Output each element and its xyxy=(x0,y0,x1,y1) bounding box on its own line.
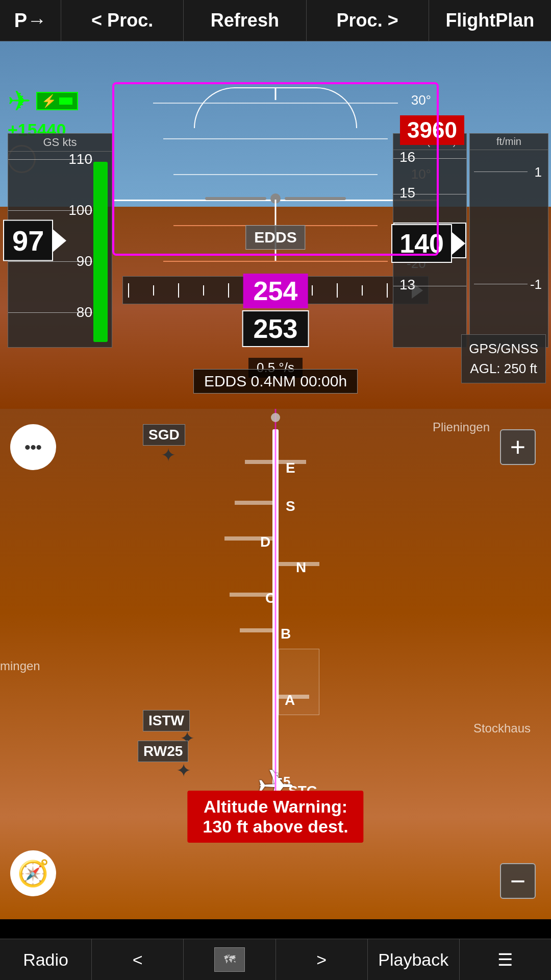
alt-line-15 xyxy=(393,194,466,194)
vsi-tape: ft/min 1 -1 xyxy=(469,133,548,348)
pitch-line-10 xyxy=(173,174,378,175)
vsi-label: ft/min xyxy=(470,134,548,150)
speed-arrow-icon xyxy=(53,229,66,252)
altitude-bug-value: 140 xyxy=(391,224,452,263)
apron-area xyxy=(279,649,319,715)
gps-line1: GPS/GNSS xyxy=(469,339,538,359)
sgd-waypoint-star: ✦ xyxy=(161,445,176,466)
vsi-line-neg1 xyxy=(474,284,528,284)
primary-flight-display: ✈ ⚡ +15440 30° 20° 10° -10° -20° xyxy=(0,41,551,409)
battery-indicator: ⚡ xyxy=(36,92,78,110)
next-button[interactable]: > xyxy=(276,939,368,980)
speed-tick-90-label: 90 xyxy=(77,253,92,270)
battery-icon: ⚡ xyxy=(41,94,57,108)
alt-line-16 xyxy=(393,158,466,159)
altitude-bug-readout: 140 xyxy=(391,224,465,263)
speed-readout: 97 xyxy=(3,220,66,261)
pitch-30-label: 30° xyxy=(411,92,431,108)
top-navigation: P→ < Proc. Refresh Proc. > FlightPlan xyxy=(0,0,551,41)
attitude-indicator: 30° 20° 10° -10° -20° EDDS xyxy=(112,82,439,276)
alt-warning-line1: Altitude Warning: xyxy=(203,797,348,817)
taxiway-s xyxy=(235,501,276,505)
alt-tick-16: 16 xyxy=(399,149,415,165)
altitude-warning-banner: Altitude Warning: 130 ft above dest. xyxy=(187,791,363,843)
app-logo[interactable]: P→ xyxy=(0,0,61,41)
course-line xyxy=(275,409,277,797)
playback-button[interactable]: Playback xyxy=(368,939,460,980)
heading-selected: 254 xyxy=(243,274,308,308)
speed-tick-100-label: 100 xyxy=(68,202,92,218)
vsi-tick-neg1: -1 xyxy=(530,277,542,292)
gps-info-box: GPS/GNSS AGL: 250 ft xyxy=(461,334,546,383)
alt-tick-15: 15 xyxy=(399,185,415,201)
map-thumbnail-icon: 🗺 xyxy=(214,947,245,972)
north-dot xyxy=(271,413,280,422)
taxiway-label-s: S xyxy=(286,498,295,514)
refresh-button[interactable]: Refresh xyxy=(184,0,306,41)
map-view[interactable]: E S D N C B A SGD ✦ ISTW ✦ RW25 ✦ Plieni… xyxy=(0,409,551,919)
zoom-in-button[interactable]: + xyxy=(500,429,536,465)
rw25-waypoint-star: ✦ xyxy=(176,760,191,781)
zoom-out-button[interactable]: − xyxy=(500,863,536,899)
rw25-waypoint-label: RW25 xyxy=(138,741,188,762)
speed-label: GS kts xyxy=(8,134,112,152)
alt-line-13 xyxy=(393,286,466,286)
speed-value: 97 xyxy=(3,220,53,261)
speed-tick-80-label: 80 xyxy=(77,304,92,321)
next-proc-button[interactable]: Proc. > xyxy=(307,0,429,41)
bottom-navigation: Radio < 🗺 > Playback ☰ xyxy=(0,939,551,980)
speed-trend-bar xyxy=(93,162,108,342)
speed-tape: GS kts 110 100 90 80 97 xyxy=(8,133,112,348)
taxiway-b xyxy=(240,628,276,632)
hamburger-menu-button[interactable]: ☰ xyxy=(460,939,551,980)
taxiway-label-d: D xyxy=(260,534,270,550)
alt-tick-13: 13 xyxy=(399,277,415,293)
pitch-line-neg20 xyxy=(163,261,388,262)
flight-plan-button[interactable]: FlightPlan xyxy=(429,0,551,41)
taxiway-label-n: N xyxy=(296,559,306,576)
gps-line2: AGL: 250 ft xyxy=(469,359,538,379)
place-plieningen: Plieningen xyxy=(433,420,490,434)
bank-center-mark xyxy=(275,87,277,100)
taxiway-label-b: B xyxy=(281,626,291,642)
altitude-bug-arrow xyxy=(452,232,465,255)
taxiway-label-c: C xyxy=(265,590,276,606)
prev-proc-button[interactable]: < Proc. xyxy=(61,0,184,41)
alt-warning-line2: 130 ft above dest. xyxy=(203,817,348,837)
heading-display: 254 253 xyxy=(242,274,309,347)
speed-tick-110-label: 110 xyxy=(68,151,92,167)
heading-current: 253 xyxy=(242,310,309,347)
compass-rose: 🧭 xyxy=(10,850,56,896)
distance-display: EDDS 0.4NM 00:00h xyxy=(193,369,358,394)
pitch-line-20 xyxy=(163,138,388,139)
sgd-waypoint-label: SGD xyxy=(143,424,185,446)
vsi-line-1 xyxy=(474,172,528,172)
altitude-setting: 3960 xyxy=(400,115,464,145)
prev-button[interactable]: < xyxy=(92,939,184,980)
aircraft-icon: ✈ xyxy=(8,85,31,117)
place-mingen: mingen xyxy=(0,659,40,673)
map-menu-button[interactable]: ••• xyxy=(10,424,56,470)
taxiway-label-e: E xyxy=(286,460,295,476)
waypoint-label: EDDS xyxy=(245,225,305,250)
vsi-tick-1: 1 xyxy=(535,164,542,180)
place-stockhaus: Stockhaus xyxy=(473,721,531,736)
radio-button[interactable]: Radio xyxy=(0,939,92,980)
map-icon-button[interactable]: 🗺 xyxy=(184,939,276,980)
